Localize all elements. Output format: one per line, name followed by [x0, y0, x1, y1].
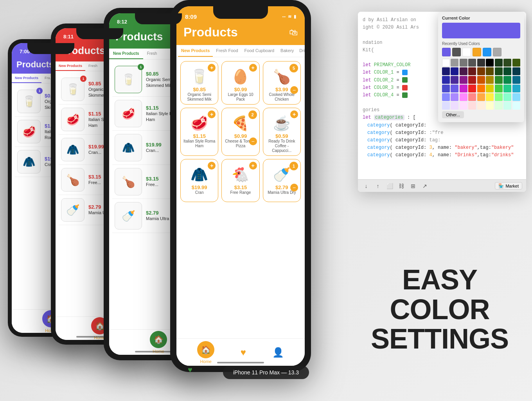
cs-palegreen[interactable] — [495, 102, 503, 110]
toolbar-edit-icon[interactable]: ⊞ — [409, 182, 417, 190]
phone-2-time: 8:12 — [117, 19, 127, 25]
cs-gray1[interactable] — [468, 59, 476, 67]
cs-darkgreen3[interactable] — [512, 59, 520, 67]
recent-swatch-orange[interactable] — [473, 48, 481, 56]
cs-paleorange[interactable] — [477, 102, 485, 110]
cs-crimson[interactable] — [468, 76, 476, 84]
cs-sky[interactable] — [512, 85, 520, 92]
cs-amber[interactable] — [477, 93, 485, 101]
cs-blue2[interactable] — [442, 76, 450, 84]
add-jacket-btn[interactable]: + — [208, 162, 216, 170]
cs-lemon[interactable] — [486, 93, 494, 101]
baby-icon-p3: 🍼 — [66, 204, 80, 217]
home-nav-p2[interactable]: 🏠 Home — [150, 331, 167, 354]
cs-lime[interactable] — [495, 85, 503, 92]
cs-lilac[interactable] — [451, 93, 458, 101]
other-colors-button[interactable]: Other... — [442, 111, 464, 118]
recent-swatch-white[interactable] — [462, 48, 471, 56]
phone-1-tabs: New Products Fresh Food Food Cupboard Ba… — [176, 45, 305, 57]
tab-fresh-p3[interactable]: Fresh — [85, 61, 101, 71]
cs-darkolive[interactable] — [486, 67, 494, 75]
cs-green[interactable] — [495, 76, 503, 84]
cs-indigo[interactable] — [451, 76, 458, 84]
home-nav[interactable]: 🏠 Home — [197, 341, 214, 364]
toolbar-arrow-icon[interactable]: ↗ — [421, 182, 429, 190]
cs-purple[interactable] — [451, 85, 458, 92]
profile-nav[interactable]: 👤 — [272, 347, 284, 358]
cs-forest[interactable] — [495, 67, 503, 75]
cs-darkgreen2[interactable] — [503, 59, 511, 67]
cs-darkred[interactable] — [468, 67, 476, 75]
cs-darkpurple[interactable] — [460, 67, 467, 75]
toolbar-down-icon[interactable]: ↓ — [362, 182, 370, 190]
toolbar-box-icon[interactable]: ⬜ — [385, 182, 394, 190]
market-button[interactable]: 🏪 Market — [495, 182, 522, 190]
cs-violet[interactable] — [460, 85, 467, 92]
toolbar-share-icon[interactable]: ⛓ — [397, 182, 406, 190]
toolbar-up-icon[interactable]: ↑ — [374, 182, 382, 190]
recent-swatch-lightgray[interactable] — [493, 48, 501, 56]
tab-new-products-p3[interactable]: New Products — [56, 61, 85, 71]
add-eggs-btn[interactable]: + — [249, 64, 257, 72]
cs-palepurple[interactable] — [451, 102, 458, 110]
current-color-swatch[interactable] — [442, 23, 520, 38]
add-milk-btn[interactable]: + — [208, 64, 216, 72]
tab-new-products[interactable]: New Products — [178, 45, 213, 57]
tab-bakery[interactable]: Bakery — [277, 45, 297, 57]
cs-emerald[interactable] — [503, 76, 511, 84]
milk-icon-p3: 🥛 — [66, 83, 80, 96]
cs-rust[interactable] — [477, 76, 485, 84]
cs-darkgreen1[interactable] — [495, 59, 503, 67]
tab-drink[interactable]: Drink — [297, 45, 305, 57]
remove-chicken-btn[interactable]: − — [290, 86, 298, 94]
cs-gray2[interactable] — [460, 59, 467, 67]
cs-magenta[interactable] — [460, 76, 467, 84]
cs-white[interactable] — [442, 59, 450, 67]
add-coffee-btn[interactable]: + — [290, 110, 298, 118]
cs-aqua[interactable] — [503, 93, 511, 101]
cs-orange[interactable] — [477, 85, 485, 92]
cs-paleaqua[interactable] — [503, 102, 511, 110]
cs-darknavy[interactable] — [442, 67, 450, 75]
cs-gold[interactable] — [486, 76, 494, 84]
cs-navy[interactable] — [451, 67, 458, 75]
cs-red[interactable] — [468, 85, 476, 92]
cs-darkbrown[interactable] — [477, 67, 485, 75]
cs-gray3[interactable] — [451, 59, 458, 67]
cs-palecyan[interactable] — [512, 102, 520, 110]
cs-darkteal[interactable] — [512, 67, 520, 75]
grid-item-jacket: + 🧥 $19.99 Cran — [180, 159, 218, 202]
cs-palered[interactable] — [468, 102, 476, 110]
tab-food-cupboard[interactable]: Food Cupboard — [241, 45, 277, 57]
cs-lavender[interactable] — [442, 93, 450, 101]
tab-fresh-food[interactable]: Fresh Food — [213, 45, 241, 57]
cs-darkforest[interactable] — [503, 67, 511, 75]
tab-new-products-p4[interactable]: New Products — [12, 74, 41, 83]
cs-darkgray[interactable] — [477, 59, 485, 67]
remove-pizza-btn[interactable]: − — [249, 137, 257, 145]
cart-icon[interactable]: 🛍 — [289, 27, 298, 38]
tab-new-products-p2[interactable]: New Products — [109, 49, 143, 59]
add-freerange-btn[interactable]: + — [249, 162, 257, 170]
recent-swatch-gray[interactable] — [452, 48, 461, 56]
cs-black[interactable] — [486, 59, 494, 67]
cs-palepink[interactable] — [460, 102, 467, 110]
cs-lightgreen[interactable] — [495, 93, 503, 101]
cs-salmon[interactable] — [468, 93, 476, 101]
cs-yellow[interactable] — [486, 85, 494, 92]
add-ham-btn[interactable]: + — [208, 110, 216, 118]
recent-swatch-blue[interactable] — [483, 48, 491, 56]
color-grid — [442, 59, 520, 110]
favorites-nav[interactable]: ♥ — [241, 347, 246, 358]
cs-teal[interactable] — [512, 76, 520, 84]
cs-paleblue[interactable] — [442, 102, 450, 110]
cs-paleyellow[interactable] — [486, 102, 494, 110]
tab-fresh-p2[interactable]: Fresh — [143, 49, 161, 59]
grid-item-eggs: + 🥚 $0.99 Large Eggs 10 Pack — [221, 61, 259, 105]
cs-lightblue[interactable] — [512, 93, 520, 101]
cs-pink[interactable] — [460, 93, 467, 101]
remove-mamia-btn[interactable]: − — [290, 184, 298, 191]
recent-swatch-purple[interactable] — [442, 48, 451, 56]
cs-blue3[interactable] — [442, 85, 450, 92]
cs-mint[interactable] — [503, 85, 511, 92]
